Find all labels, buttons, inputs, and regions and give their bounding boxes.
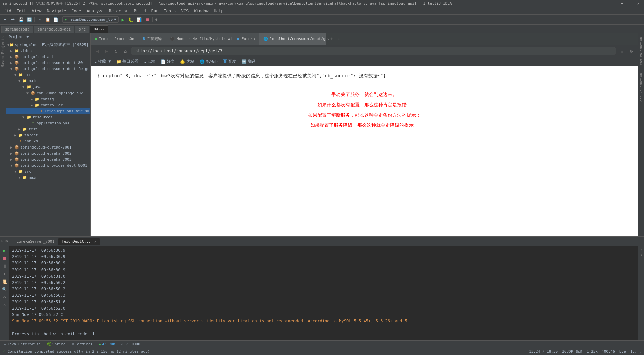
tree-item-target[interactable]: ▶ 📁 target xyxy=(6,132,90,138)
editor-tab-springcloud-api[interactable]: springcloud-api xyxy=(34,26,74,33)
minimize-button[interactable]: ─ xyxy=(619,1,625,6)
browser-tab-processOn[interactable]: ● Temp - ProcessOn xyxy=(91,33,139,45)
run-with-coverage-button[interactable]: 📊 xyxy=(136,16,143,23)
bookmark-cloud[interactable]: ☁ 云端 xyxy=(143,58,157,65)
bookmark-sites[interactable]: 🌟 优站 xyxy=(179,58,196,65)
tree-item-provider-src[interactable]: ▼ 📁 src xyxy=(6,168,90,174)
menu-item-fid[interactable]: fid xyxy=(1,8,14,14)
browser-tab-eureka[interactable]: ● Eureka xyxy=(233,33,259,45)
toolbar-btn-cut[interactable]: ✂ xyxy=(36,16,43,23)
editor-tab-ma[interactable]: ma... xyxy=(90,25,108,33)
maximize-button[interactable]: □ xyxy=(627,1,633,6)
back-button[interactable]: ◀ xyxy=(93,47,101,55)
bookmark-myweb[interactable]: 🌐 MyWeb xyxy=(198,59,219,65)
menu-item-code[interactable]: Code xyxy=(69,8,84,14)
tree-item-java[interactable]: ▼ 📁 java xyxy=(6,84,90,90)
browser-tab-localhost[interactable]: 🌐 localhost/consumer/dept/ge... ✕ xyxy=(259,33,326,45)
refresh-button[interactable]: ↻ xyxy=(112,47,120,55)
todo-btn[interactable]: ✓ 6: TODO xyxy=(119,341,143,347)
bookmark-translate[interactable]: 🔤 翻译 xyxy=(240,58,257,65)
toolbar-btn-copy[interactable]: 📋 xyxy=(44,16,51,23)
tree-item-consumer-feign[interactable]: ▼ 📦 springcloud-consumer-dept-feign xyxy=(6,66,90,72)
menu-item-analyze[interactable]: Analyze xyxy=(84,8,106,14)
toolbar-btn-back[interactable]: ⬅ xyxy=(1,16,9,23)
tree-item-src[interactable]: ▼ 📁 src xyxy=(6,72,90,78)
address-bar[interactable]: http://localhost/consumer/dept/get/3 xyxy=(131,47,616,55)
run-config-selector[interactable]: ▶ FeignDeptConsumer_80 ▼ xyxy=(62,16,119,23)
browser-tab-baidu-translate[interactable]: B 百度翻译 xyxy=(139,33,166,45)
tree-item-eureka-7002[interactable]: ▶ 📦 springcloud-eureka-7002 xyxy=(6,150,90,156)
menu-item-navigate[interactable]: Navigate xyxy=(44,8,69,14)
tab-close-btn[interactable]: ✕ xyxy=(338,37,340,41)
project-header[interactable]: Project ▼ xyxy=(6,33,90,41)
team-validation-tab[interactable]: Team Validation xyxy=(639,34,644,70)
home-button[interactable]: ⌂ xyxy=(121,47,129,55)
maven-projects-tab[interactable]: Maven Projects xyxy=(0,34,6,69)
tree-item-feign-consumer[interactable]: J FeignDeptConsumer_80 xyxy=(6,108,90,114)
run-filter-btn[interactable]: 🔍 xyxy=(1,286,8,293)
forward-button[interactable]: ▶ xyxy=(103,47,111,55)
bookmark-daily[interactable]: 📁 每日必看 xyxy=(115,58,140,65)
menu-item-build[interactable]: Build xyxy=(131,8,149,14)
close-button[interactable]: ✕ xyxy=(635,1,641,6)
settings-icon[interactable]: ⚙ xyxy=(627,47,635,55)
tree-item-eureka-7001[interactable]: ▶ 📦 springcloud-eureka-7001 xyxy=(6,144,90,150)
bookmark-collections[interactable]: ★ 收藏 ▼ xyxy=(93,58,112,65)
tree-item-resources[interactable]: ▼ 📁 resources xyxy=(6,114,90,120)
toolbar-btn-forward[interactable]: ⮕ xyxy=(9,16,17,23)
run-4-btn[interactable]: ▶ 4: Run xyxy=(96,341,118,347)
menu-item-tools[interactable]: Tools xyxy=(161,8,178,14)
run-play-btn[interactable]: ▶ xyxy=(1,247,8,254)
menu-item-vcs[interactable]: VCS xyxy=(179,8,192,14)
tree-item-idea[interactable]: ▶ 📁 .idea xyxy=(6,48,90,54)
tree-item-pom-xml[interactable]: X pom.xml xyxy=(6,138,90,144)
browser-tab-hystrix[interactable]: ⚫ Home · Netflix/Hystrix Wiki ·... xyxy=(166,33,233,45)
tree-item-package[interactable]: ▼ 📦 com.kuang.springcloud xyxy=(6,90,90,96)
run-right-icon-2[interactable]: ⬇ xyxy=(640,253,642,257)
tree-item-springcloud-api[interactable]: ▶ 📦 springcloud-api xyxy=(6,54,90,60)
run-scroll-btn[interactable]: 📜 xyxy=(1,278,8,285)
run-right-icon-1[interactable]: ⬆ xyxy=(640,247,642,252)
bean-validation-tab[interactable]: Bean Validation xyxy=(639,70,644,106)
run-stop-btn[interactable]: ⏹ xyxy=(1,255,8,262)
toolbar-btn-paste[interactable]: 📄 xyxy=(52,16,59,23)
spring-btn[interactable]: 🌿 Spring xyxy=(44,341,68,347)
tree-item-consumer-80[interactable]: ▶ 📦 springcloud-consumer-dept-80 xyxy=(6,60,90,66)
menu-item-edit[interactable]: Edit xyxy=(14,8,29,14)
tree-item-main[interactable]: ▼ 📁 main xyxy=(6,78,90,84)
new-tab-button[interactable]: + xyxy=(326,36,338,42)
menu-item-window[interactable]: Window xyxy=(191,8,211,14)
editor-tab-src[interactable]: src xyxy=(75,26,89,33)
bookmark-articles[interactable]: 📄 好文 xyxy=(159,58,176,65)
tree-item-provider-main[interactable]: ▼ 📁 main xyxy=(6,174,90,180)
run-tab-close[interactable]: ✕ xyxy=(94,240,96,243)
tree-item-application-yml[interactable]: Y application.yml xyxy=(6,120,90,126)
tree-item-eureka-7003[interactable]: ▶ 📦 springcloud-eureka-7003 xyxy=(6,156,90,162)
web-content[interactable]: {"deptno":3,"dname":"id=>3没有对应的信息，客户端提供了… xyxy=(91,66,638,236)
tree-item-test[interactable]: ▶ 📁 test xyxy=(6,126,90,132)
menu-item-view[interactable]: View xyxy=(29,8,44,14)
tree-item-provider-8001[interactable]: ▼ 📦 springcloud-provider-dept-8001 xyxy=(6,162,90,168)
run-tab-feign[interactable]: FeignDeptC... ✕ xyxy=(58,238,100,245)
run-pause-btn[interactable]: ⏸ xyxy=(1,263,8,270)
stop-button[interactable]: ⏹ xyxy=(144,16,151,23)
toolbar-btn-save[interactable]: 💾 xyxy=(17,16,25,23)
menu-item-help[interactable]: Help xyxy=(211,8,226,14)
bookmark-baidu[interactable]: 百 百度 xyxy=(222,58,237,65)
java-enterprise-btn[interactable]: ☕ Java Enterprise xyxy=(1,341,43,347)
run-settings-btn[interactable]: ⚙ xyxy=(1,294,8,300)
tree-item-controller[interactable]: ▶ 📁 controller xyxy=(6,102,90,108)
run-button[interactable]: ▶ xyxy=(119,16,127,23)
run-more-btn[interactable]: ✕ xyxy=(1,301,8,308)
editor-tab-springcloud[interactable]: springcloud xyxy=(1,26,33,33)
menu-item-run[interactable]: Run xyxy=(149,8,161,14)
bookmark-star[interactable]: ☆ xyxy=(618,47,626,55)
tree-item-root[interactable]: ▼ 📁 springcloud F\批级管理\西开 [19525] 2, if.… xyxy=(6,42,90,48)
toolbar-btn-sync[interactable]: 🔄 xyxy=(25,16,33,23)
run-step-btn[interactable]: ↓ xyxy=(1,271,8,277)
run-tab-eureka[interactable]: EurekaServer_7001 xyxy=(13,238,58,245)
tree-item-config[interactable]: ▶ 📁 config xyxy=(6,96,90,102)
menu-item-refactor[interactable]: Refactor xyxy=(106,8,131,14)
terminal-btn[interactable]: ⌨ Terminal xyxy=(69,341,96,347)
debug-button[interactable]: 🐛 xyxy=(127,16,135,23)
